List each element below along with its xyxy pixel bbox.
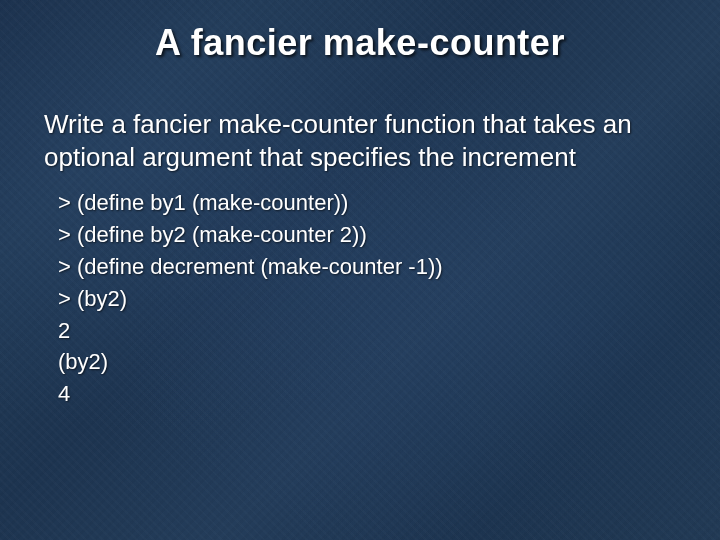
code-line: > (define by2 (make-counter 2)) [58,219,672,251]
lead-text: Write a fancier make-counter function th… [44,108,672,173]
slide-title: A fancier make-counter [0,22,720,64]
code-block: > (define by1 (make-counter)) > (define … [58,187,672,410]
slide-body: Write a fancier make-counter function th… [44,108,672,410]
code-line: 2 [58,315,672,347]
code-line: (by2) [58,346,672,378]
code-line: > (by2) [58,283,672,315]
slide: A fancier make-counter Write a fancier m… [0,0,720,540]
code-line: > (define by1 (make-counter)) [58,187,672,219]
code-line: 4 [58,378,672,410]
code-line: > (define decrement (make-counter -1)) [58,251,672,283]
